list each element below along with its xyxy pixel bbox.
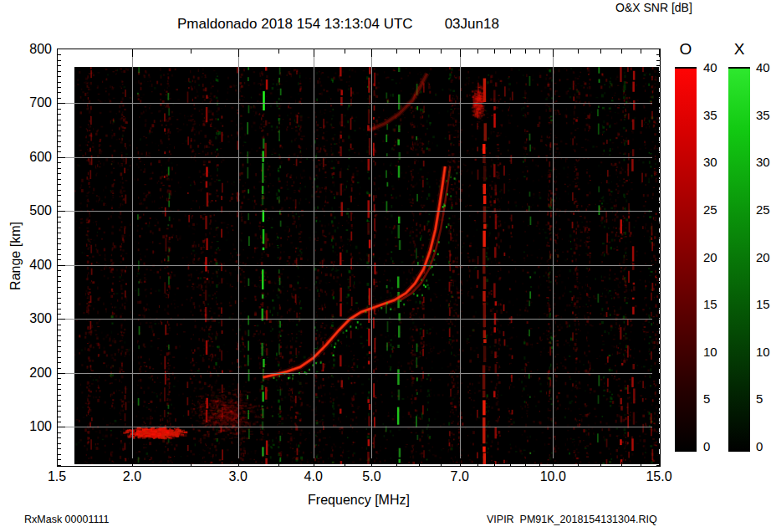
- ionogram-figure: Pmaldonado 2018 154 13:13:04 UTC03Jun18 …: [0, 0, 771, 532]
- colorbar-tick-label: 15: [703, 297, 717, 311]
- x-tick-label: 1.5: [48, 469, 66, 484]
- colorbar-tick-label: 30: [756, 155, 770, 169]
- colorbar-tick-label: 30: [703, 155, 717, 169]
- x-tick-label: 5.0: [362, 469, 380, 484]
- source-file-label: VIPIR PM91K_2018154131304.RIQ: [487, 514, 657, 525]
- x-tick-label: 7.0: [451, 469, 469, 484]
- x-mode-colorbar-header: X: [728, 40, 750, 59]
- y-tick-label: 200: [15, 366, 52, 381]
- colorbar-title: O&X SNR [dB]: [615, 1, 692, 14]
- x-tick-label: 10.0: [540, 469, 566, 484]
- station-time-label: Pmaldonado 2018 154 13:13:04 UTC: [177, 16, 413, 32]
- ionogram-canvas: [57, 49, 661, 467]
- x-tick-label: 2.0: [123, 469, 141, 484]
- y-tick-label: 500: [15, 203, 52, 218]
- colorbar-tick-label: 10: [756, 345, 770, 359]
- colorbar-tick-label: 25: [703, 202, 717, 217]
- y-tick-label: 700: [15, 95, 52, 110]
- y-tick-label: 600: [15, 150, 52, 165]
- colorbar-tick-label: 20: [756, 250, 770, 264]
- colorbar-tick-label: 35: [756, 108, 770, 122]
- colorbar-tick-label: 5: [756, 391, 763, 406]
- y-tick-label: 400: [15, 258, 52, 273]
- rxmask-label: RxMask 00001111: [24, 514, 109, 525]
- colorbar-tick-label: 40: [703, 60, 717, 74]
- x-tick-label: 4.0: [304, 469, 323, 484]
- o-mode-colorbar-header: O: [675, 40, 697, 59]
- o-mode-colorbar: [675, 67, 697, 452]
- y-tick-label: 800: [15, 42, 52, 57]
- y-axis-title: Range [km]: [8, 222, 23, 290]
- x-axis-title: Frequency [MHz]: [308, 493, 410, 508]
- colorbar-tick-label: 35: [703, 108, 717, 122]
- date-label: 03Jun18: [445, 16, 499, 32]
- colorbar-tick-label: 0: [703, 439, 710, 453]
- x-tick-label: 3.0: [229, 469, 248, 484]
- colorbar-tick-label: 20: [703, 250, 717, 264]
- colorbar-tick-label: 15: [756, 297, 770, 311]
- x-mode-colorbar: [728, 67, 750, 452]
- colorbar-tick-label: 25: [756, 202, 770, 217]
- colorbar-tick-label: 5: [703, 391, 710, 406]
- colorbar-tick-label: 40: [756, 60, 770, 74]
- x-tick-label: 15.0: [646, 469, 671, 484]
- plot-title: Pmaldonado 2018 154 13:13:04 UTC03Jun18: [177, 16, 499, 33]
- y-tick-label: 300: [15, 311, 52, 326]
- colorbar-tick-label: 0: [756, 439, 763, 453]
- y-tick-label: 100: [15, 419, 52, 434]
- colorbar-tick-label: 10: [703, 345, 717, 359]
